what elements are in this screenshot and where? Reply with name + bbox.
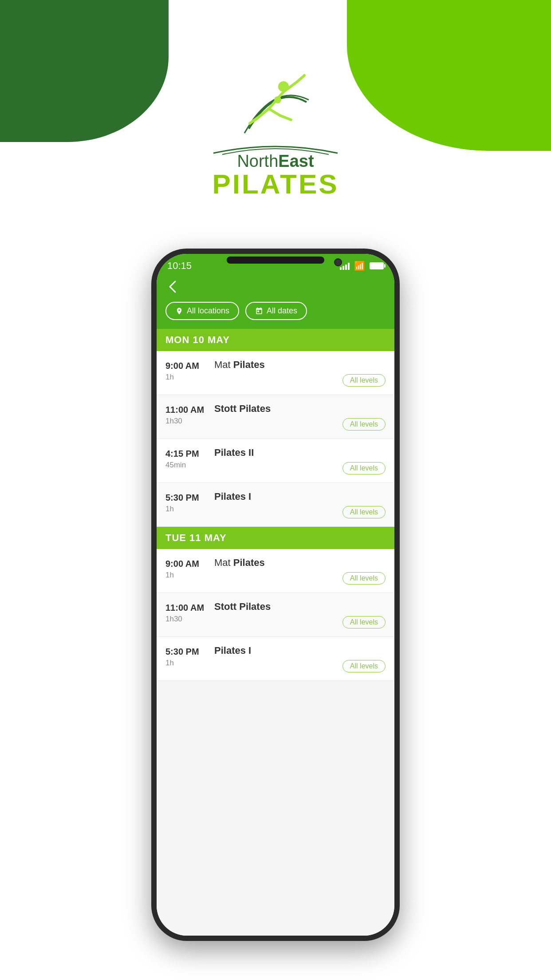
schedule-list[interactable]: MON 10 MAY 9:00 AM 1h Mat Pilates All le… [157,329,394,936]
class-item[interactable]: 5:30 PM 1h Pilates I All levels [157,483,394,527]
class-name: Stott Pilates [214,601,386,612]
class-time: 9:00 AM 1h [165,557,214,585]
filter-bar: All locations All dates [157,302,394,329]
class-item[interactable]: 4:15 PM 45min Pilates II All levels [157,439,394,483]
class-item[interactable]: 9:00 AM 1h Mat Pilates All levels [157,549,394,593]
class-name: Pilates I [214,645,386,656]
time-duration: 1h [165,373,214,382]
class-info: Pilates II All levels [214,447,386,474]
time-duration: 1h [165,571,214,580]
class-time: 11:00 AM 1h30 [165,601,214,628]
time-duration: 1h [165,505,214,514]
status-icons: 📶 [340,261,384,271]
class-name: Pilates I [214,491,386,502]
class-name: Mat Pilates [214,557,386,569]
time-duration: 1h30 [165,615,214,624]
class-info: Pilates I All levels [214,491,386,518]
phone-screen: 10:15 📶 [157,254,394,936]
background-blob-left [0,0,169,142]
background-blob-right [347,0,551,151]
location-filter[interactable]: All locations [165,302,239,320]
time-duration: 45min [165,461,214,470]
class-info: Mat Pilates All levels [214,359,386,387]
phone-camera [334,258,342,266]
phone-speaker [227,257,324,264]
class-name: Mat Pilates [214,359,386,371]
logo-container: NorthEast PILATES [205,58,346,200]
time-value: 9:00 AM [165,361,214,371]
day-header-tue-text: TUE 11 MAY [165,532,227,543]
app-content: 10:15 📶 [157,254,394,936]
class-info: Mat Pilates All levels [214,557,386,585]
logo-figure-svg [231,58,320,146]
logo-text: NorthEast PILATES [205,142,346,200]
class-info: Pilates I All levels [214,645,386,672]
logo-pilates-text: PILATES [212,168,338,200]
location-icon [175,307,183,315]
calendar-icon [255,307,263,315]
time-duration: 1h30 [165,417,214,426]
dates-filter-label: All dates [267,306,297,316]
level-badge: All levels [342,506,386,518]
class-item[interactable]: 11:00 AM 1h30 Stott Pilates All levels [157,593,394,637]
app-header [157,276,394,302]
level-badge: All levels [342,572,386,585]
day-header-tue: TUE 11 MAY [157,527,394,549]
time-value: 11:00 AM [165,603,214,613]
class-name: Pilates II [214,447,386,458]
class-name: Stott Pilates [214,403,386,415]
battery-icon [370,262,384,269]
back-arrow-icon [165,280,180,294]
dates-filter[interactable]: All dates [245,302,307,320]
class-time: 4:15 PM 45min [165,447,214,474]
class-item[interactable]: 11:00 AM 1h30 Stott Pilates All levels [157,395,394,439]
class-item[interactable]: 9:00 AM 1h Mat Pilates All levels [157,351,394,395]
location-filter-label: All locations [187,306,229,316]
phone-frame: 10:15 📶 [151,249,400,941]
class-info: Stott Pilates All levels [214,601,386,628]
time-duration: 1h [165,659,214,668]
back-button[interactable] [165,280,386,294]
class-item[interactable]: 5:30 PM 1h Pilates I All levels [157,637,394,681]
level-badge: All levels [342,616,386,628]
class-time: 9:00 AM 1h [165,359,214,387]
time-value: 11:00 AM [165,405,214,415]
day-header-mon: MON 10 MAY [157,329,394,351]
day-header-mon-text: MON 10 MAY [165,334,230,345]
level-badge: All levels [342,418,386,431]
class-time: 5:30 PM 1h [165,491,214,518]
class-info: Stott Pilates All levels [214,403,386,431]
class-time: 11:00 AM 1h30 [165,403,214,431]
level-badge: All levels [342,374,386,387]
time-value: 4:15 PM [165,449,214,459]
wifi-icon: 📶 [354,261,365,271]
time-value: 5:30 PM [165,647,214,657]
level-badge: All levels [342,462,386,474]
time-value: 9:00 AM [165,559,214,569]
class-time: 5:30 PM 1h [165,645,214,672]
level-badge: All levels [342,660,386,672]
time-value: 5:30 PM [165,493,214,503]
status-time: 10:15 [167,260,192,272]
